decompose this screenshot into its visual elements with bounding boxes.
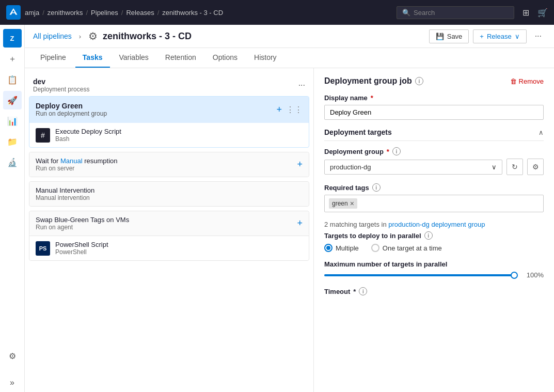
tag-remove-button[interactable]: × — [350, 199, 354, 208]
expand-icon[interactable]: » — [3, 373, 22, 392]
release-button[interactable]: + Release ∨ — [473, 29, 526, 43]
match-info-link[interactable]: production-dg deployment group — [388, 221, 485, 228]
pipelines-icon[interactable]: 🚀 — [3, 91, 22, 109]
deployment-group-required: * — [387, 148, 389, 155]
radio-one-label: One target at a time — [383, 244, 442, 252]
plus-icon[interactable]: ＋ — [3, 50, 22, 68]
boards-icon[interactable]: 📊 — [3, 112, 22, 130]
display-name-required: * — [371, 94, 373, 102]
grid-icon[interactable]: ⊞ — [523, 8, 529, 18]
deployment-group-dropdown[interactable]: production-dg ∨ — [324, 160, 502, 175]
targets-parallel-info-icon[interactable]: i — [424, 231, 433, 240]
slider-track[interactable] — [324, 274, 514, 276]
phase-wait-sub: Run on server — [36, 165, 117, 172]
task-item-execute-deploy[interactable]: # Execute Deploy Script Bash — [29, 122, 309, 147]
tab-variables[interactable]: Variables — [112, 48, 156, 68]
remove-button[interactable]: 🗑 Remove — [510, 77, 544, 85]
tab-retention[interactable]: Retention — [158, 48, 203, 68]
search-input[interactable] — [414, 9, 509, 17]
radio-multiple-circle — [324, 244, 333, 252]
azure-logo[interactable] — [6, 5, 21, 20]
settings-icon[interactable]: ⚙ — [3, 347, 22, 365]
slider-thumb[interactable] — [511, 272, 518, 279]
deploy-green-group: Deploy Green Run on deployment group + ⋮… — [29, 96, 309, 148]
add-phase-icon[interactable]: + — [297, 159, 303, 170]
stage-subtitle: Deployment process — [33, 86, 89, 93]
task-group-actions: + ⋮⋮ — [276, 104, 303, 115]
save-icon: 💾 — [436, 33, 444, 40]
stage-header: dev Deployment process ··· — [25, 74, 313, 96]
add-swap-icon[interactable]: + — [297, 218, 303, 229]
phase-wait-header[interactable]: Wait for Manual resumption Run on server… — [29, 152, 309, 177]
required-tags-info-icon[interactable]: i — [372, 183, 381, 192]
deployment-group-info-icon[interactable]: i — [392, 147, 401, 155]
breadcrumb-zenithworks[interactable]: zenithworks — [48, 9, 83, 17]
refresh-button[interactable]: ↻ — [506, 159, 523, 175]
tag-label: green — [332, 200, 348, 207]
phase-swap-sub: Run on agent — [36, 224, 129, 231]
test-icon[interactable]: 🔬 — [3, 153, 22, 171]
breadcrumb-pipelines[interactable]: Pipelines — [91, 9, 118, 17]
sep2: / — [86, 9, 88, 17]
repos-icon[interactable]: 📁 — [3, 132, 22, 151]
phase-manual-sub: Manual intervention — [36, 194, 94, 201]
timeout-label: Timeout * i — [324, 287, 544, 295]
layout: Z ＋ 📋 🚀 📊 📁 🔬 ⚙ » All pipelines › ⚙ zeni… — [0, 25, 554, 392]
radio-one-at-time[interactable]: One target at a time — [371, 244, 442, 252]
add-task-icon[interactable]: + — [276, 104, 282, 115]
right-panel: Deployment group job i 🗑 Remove Display … — [314, 68, 554, 392]
left-panel: dev Deployment process ··· Deploy Green … — [25, 68, 314, 392]
page-header-actions: 💾 Save + Release ∨ ··· — [429, 29, 546, 43]
deployment-targets-section: Deployment targets ∧ — [324, 128, 544, 141]
page-header: All pipelines › ⚙ zenithworks - 3 - CD 💾… — [25, 25, 554, 48]
tab-tasks[interactable]: Tasks — [75, 48, 110, 68]
task-item-powershell[interactable]: PS PowerShell Script PowerShell — [29, 236, 309, 260]
save-button[interactable]: 💾 Save — [429, 29, 469, 43]
stage-title: dev — [33, 77, 89, 86]
phase-swap: Swap Blue-Green Tags on VMs Run on agent… — [29, 211, 309, 261]
task-name-execute: Execute Deploy Script — [55, 128, 303, 135]
deploy-green-sub: Run on deployment group — [36, 110, 107, 117]
collapse-icon[interactable]: ∧ — [539, 129, 544, 136]
task-sub-execute: Bash — [55, 135, 303, 143]
required-tags-field: Required tags i green × — [324, 183, 544, 212]
release-chevron-icon: ∨ — [515, 33, 520, 40]
timeout-info-icon[interactable]: i — [359, 287, 367, 295]
drag-handle-icon[interactable]: ⋮⋮ — [286, 105, 303, 115]
tags-input[interactable]: green × — [324, 195, 544, 212]
phase-manual-header[interactable]: Manual Intervention Manual intervention — [29, 182, 309, 206]
breadcrumb-pipeline-name[interactable]: zenithworks - 3 - CD — [162, 9, 223, 17]
more-button[interactable]: ··· — [531, 29, 546, 43]
title-info-icon[interactable]: i — [415, 77, 423, 85]
phase-swap-title: Swap Blue-Green Tags on VMs — [36, 216, 129, 224]
content: dev Deployment process ··· Deploy Green … — [25, 68, 554, 392]
deploy-green-header[interactable]: Deploy Green Run on deployment group + ⋮… — [29, 97, 309, 122]
max-targets-field: Maximum number of targets in parallel 10… — [324, 260, 544, 279]
stage-more-button[interactable]: ··· — [298, 81, 305, 90]
left-rail: Z ＋ 📋 🚀 📊 📁 🔬 ⚙ » — [0, 25, 25, 392]
tab-pipeline[interactable]: Pipeline — [33, 48, 73, 68]
org-icon[interactable]: Z — [3, 29, 22, 48]
breadcrumb-releases[interactable]: Releases — [126, 9, 154, 17]
breadcrumb: amja / zenithworks / Pipelines / Release… — [25, 9, 392, 17]
release-plus-icon: + — [480, 33, 484, 40]
overview-icon[interactable]: 📋 — [3, 70, 22, 89]
dropdown-chevron-icon: ∨ — [492, 163, 497, 171]
radio-one-circle — [371, 244, 379, 252]
display-name-input[interactable] — [324, 105, 544, 120]
breadcrumb-amja[interactable]: amja — [25, 9, 39, 17]
tab-options[interactable]: Options — [205, 48, 245, 68]
tab-history[interactable]: History — [247, 48, 284, 68]
manage-button[interactable]: ⚙ — [527, 159, 544, 175]
slider-value: 100% — [520, 271, 544, 279]
all-pipelines-link[interactable]: All pipelines — [33, 32, 72, 40]
search-bar[interactable]: 🔍 — [397, 6, 514, 19]
radio-group: Multiple One target at a time — [324, 244, 544, 252]
max-targets-label: Maximum number of targets in parallel — [324, 260, 544, 268]
sep4: / — [157, 9, 160, 17]
phase-swap-header[interactable]: Swap Blue-Green Tags on VMs Run on agent… — [29, 211, 309, 236]
slider-fill — [324, 274, 514, 276]
radio-multiple[interactable]: Multiple — [324, 244, 359, 252]
tabs: Pipeline Tasks Variables Retention Optio… — [25, 48, 554, 68]
cart-icon[interactable]: 🛒 — [537, 8, 548, 18]
